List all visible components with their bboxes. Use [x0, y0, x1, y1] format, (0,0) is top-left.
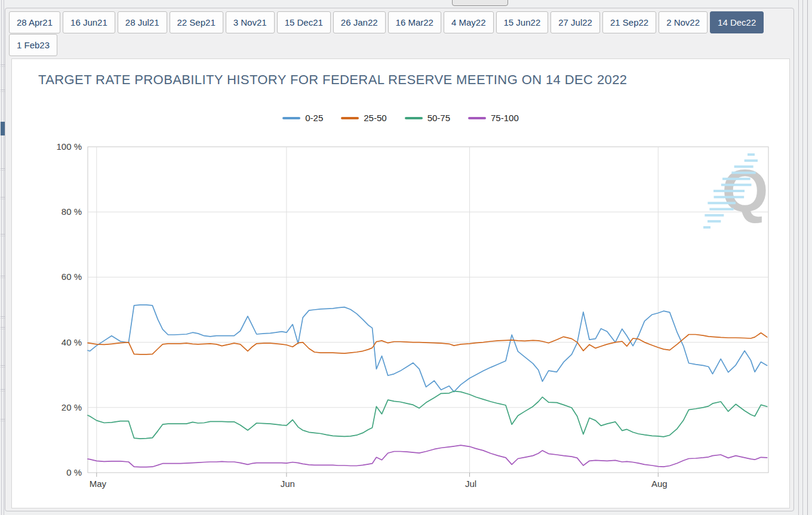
tab-28-jul21[interactable]: 28 Jul21: [118, 11, 167, 33]
tab-4-may22[interactable]: 4 May22: [444, 11, 494, 33]
tab-3-nov21[interactable]: 3 Nov21: [226, 11, 275, 33]
plot-area: [88, 147, 768, 473]
tab-26-jan22[interactable]: 26 Jan22: [333, 11, 386, 33]
x-tick-label: Jun: [281, 479, 295, 489]
y-tick-label: 100 %: [56, 141, 82, 152]
tabs-container: 28 Apr2116 Jun2128 Jul2122 Sep213 Nov211…: [5, 8, 794, 511]
x-tick-label: May: [90, 479, 107, 489]
left-rail-mark: [1, 316, 5, 317]
tab-row-2: 1 Feb23: [9, 34, 790, 57]
tab-22-sep21[interactable]: 22 Sep21: [170, 11, 223, 33]
left-rail-mark: [1, 234, 5, 235]
tab-14-dec22[interactable]: 14 Dec22: [710, 11, 764, 33]
window-edge-line: [802, 0, 803, 515]
tab-1-feb23[interactable]: 1 Feb23: [9, 34, 57, 56]
left-rail-line: [4, 0, 4, 515]
tab-16-jun21[interactable]: 16 Jun21: [63, 11, 115, 33]
tab-27-jul22[interactable]: 27 Jul22: [550, 11, 600, 33]
left-rail-mark: [1, 389, 5, 390]
left-rail-mark: [1, 419, 5, 420]
y-tick-label: 20 %: [61, 402, 82, 412]
left-rail-mark: [1, 197, 5, 198]
x-tick-label: Aug: [651, 479, 668, 489]
left-rail-mark: [1, 327, 5, 328]
tab-15-jun22[interactable]: 15 Jun22: [496, 11, 549, 33]
page: 28 Apr2116 Jun2128 Jul2122 Sep213 Nov211…: [0, 0, 812, 515]
tab-16-mar22[interactable]: 16 Mar22: [388, 11, 441, 33]
y-tick-label: 40 %: [61, 337, 82, 347]
x-tick-label: Jul: [465, 479, 476, 489]
window-edge-line: [807, 0, 808, 515]
tab-28-apr21[interactable]: 28 Apr21: [9, 11, 60, 33]
left-rail-mark: [1, 365, 5, 366]
probability-history-chart: 0 %20 %40 %60 %80 %100 %MayJunJulAugQ: [12, 59, 789, 508]
tab-2-nov22[interactable]: 2 Nov22: [659, 11, 708, 33]
y-tick-label: 60 %: [61, 272, 82, 282]
y-tick-label: 0 %: [66, 467, 82, 477]
y-tick-label: 80 %: [61, 206, 82, 217]
tab-15-dec21[interactable]: 15 Dec21: [277, 11, 331, 33]
chart-panel: TARGET RATE PROBABILITY HISTORY FOR FEDE…: [11, 58, 790, 508]
left-rail-mark: [1, 90, 5, 90]
top-partial-button[interactable]: [452, 0, 508, 6]
left-rail-mark: [1, 64, 5, 65]
left-rail-mark: [1, 168, 5, 169]
left-rail-line: [1, 0, 2, 515]
left-rail-mark: [1, 276, 5, 276]
tab-21-sep22[interactable]: 21 Sep22: [602, 11, 656, 33]
window-edge-line: [798, 0, 799, 515]
tab-row-1: 28 Apr2116 Jun2128 Jul2122 Sep213 Nov211…: [9, 11, 790, 34]
